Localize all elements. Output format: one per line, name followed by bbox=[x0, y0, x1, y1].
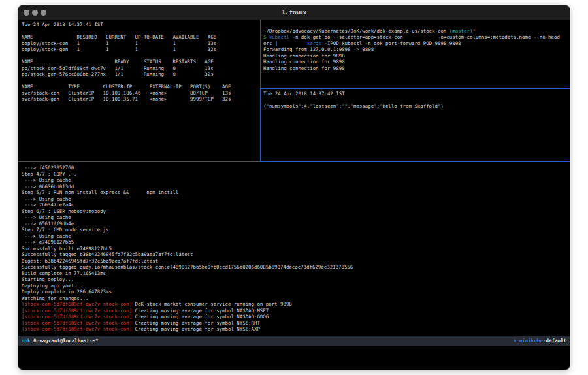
terminal-line: Step 4/7 : COPY . . bbox=[22, 171, 570, 178]
terminal-line: Handling connection for 9898 bbox=[263, 53, 570, 59]
terminal-line: Tue 24 Apr 2018 14:37:42 IST bbox=[263, 91, 570, 97]
terminal-line: Step 6/7 : USER nobody:nobody bbox=[22, 208, 570, 215]
pane-divider-bottom-active[interactable] bbox=[260, 161, 570, 162]
terminal-line: ---> Using cache bbox=[22, 177, 570, 184]
window-title: 1. tmux bbox=[18, 9, 570, 16]
minimize-button[interactable] bbox=[32, 10, 38, 16]
terminal-line: ---> Using cache bbox=[22, 214, 570, 221]
status-right: ☸ minikube:default bbox=[514, 338, 566, 344]
terminal-line: ---> 7b6347ce2a4c bbox=[22, 202, 570, 208]
terminal-line: NAME TYPE CLUSTER-IP EXTERNAL-IP PORT(S)… bbox=[22, 84, 260, 90]
terminal-line: $ kubectl -n dok get po --selector=app=s… bbox=[263, 34, 570, 41]
zoom-button[interactable] bbox=[41, 10, 46, 16]
kube-context: minikube bbox=[516, 338, 543, 344]
terminal-line bbox=[263, 22, 570, 28]
terminal-line bbox=[22, 78, 260, 84]
close-button[interactable] bbox=[24, 10, 29, 16]
terminal-line bbox=[263, 97, 570, 104]
pane-kubectl-watch[interactable]: Tue 24 Apr 2018 14:37:41 IST NAME DESIRE… bbox=[18, 20, 260, 161]
terminal-line: [stock-con-5d7df689cf-dwc7v stock-con] C… bbox=[22, 314, 570, 320]
terminal-line bbox=[22, 28, 260, 35]
terminal-line: ---> Using cache bbox=[22, 196, 570, 203]
terminal-line: Successfully tagged b38b42246945fd7f32c5… bbox=[22, 252, 570, 258]
terminal-line: Digest: b38b42246945fd7f32c5ba9aea7af7fd… bbox=[22, 258, 570, 265]
terminal-line: Handling connection for 9898 bbox=[263, 59, 570, 65]
terminal-line: {"numsymbols":4,"lastseen":"","message":… bbox=[263, 103, 570, 110]
terminal-line: [stock-con-5d7df689cf-dwc7v stock-con] C… bbox=[22, 326, 570, 333]
terminal-line: NAME DESIRED CURRENT UP-TO-DATE AVAILABL… bbox=[22, 34, 260, 41]
terminal-line: Deploying app.yaml... bbox=[22, 283, 570, 289]
terminal-line: [stock-con-5d7df689cf-dwc7v stock-con] C… bbox=[22, 308, 570, 314]
status-left: dok 0:vagrant@localhost:~* bbox=[22, 338, 98, 344]
terminal-line: Successfully built e74898127bb5 bbox=[22, 246, 570, 252]
traffic-lights bbox=[24, 5, 46, 20]
terminal-window: 1. tmux Tue 24 Apr 2018 14:37:41 IST NAM… bbox=[18, 5, 570, 370]
terminal-line: ---> Using cache bbox=[22, 233, 570, 240]
pane-curl-output[interactable]: Tue 24 Apr 2018 14:37:42 IST {"numsymbol… bbox=[261, 89, 570, 161]
terminal-line: Handling connection for 9898 bbox=[263, 65, 570, 72]
tmux-status-bar: dok 0:vagrant@localhost:~* ☸ minikube:de… bbox=[18, 336, 570, 346]
window-titlebar[interactable]: 1. tmux bbox=[18, 5, 570, 20]
pane-divider-bottom-inactive[interactable] bbox=[18, 161, 260, 162]
terminal-line: Tue 24 Apr 2018 14:37:41 IST bbox=[22, 22, 260, 28]
pane-port-forward[interactable]: ~/Dropbox/advocacy/Kubernetes/DoK/work/d… bbox=[261, 20, 570, 88]
terminal-line: [stock-con-5d7df689cf-dwc7v stock-con] D… bbox=[22, 301, 570, 308]
terminal-line: svc/stock-con ClusterIP 10.109.186.46 <n… bbox=[22, 90, 260, 97]
terminal-line: ers | xargs -IPOD kubectl -n dok port-fo… bbox=[263, 41, 570, 47]
kube-namespace: :default bbox=[543, 338, 566, 344]
terminal-line: Successfully tagged quay.io/mhausenblas/… bbox=[22, 264, 570, 270]
terminal-line: deploy/stock-gen 1 1 1 1 32s bbox=[22, 46, 260, 53]
terminal-line: ---> f45623052760 bbox=[22, 165, 570, 171]
terminal-line bbox=[22, 53, 260, 59]
terminal-line: ~/Dropbox/advocacy/Kubernetes/DoK/work/d… bbox=[263, 28, 570, 35]
terminal-line: po/stock-gen-576cc688bb-277hx 1/1 Runnin… bbox=[22, 71, 260, 78]
terminal-line: NAME READY STATUS RESTARTS AGE bbox=[22, 59, 260, 65]
terminal-line: Build complete in 77.165413ms bbox=[22, 270, 570, 277]
terminal-line: ---> e74898127bb5 bbox=[22, 239, 570, 246]
tmux-terminal: Tue 24 Apr 2018 14:37:41 IST NAME DESIRE… bbox=[18, 20, 570, 370]
pane-divider-horizontal-active[interactable] bbox=[261, 88, 570, 89]
window-label[interactable]: 0:vagrant@localhost:~* bbox=[31, 338, 99, 344]
terminal-line: Forwarding from 127.0.0.1:9898 -> 9898 bbox=[263, 46, 570, 53]
pane-skaffold-build[interactable]: ---> f45623052760Step 4/7 : COPY . . ---… bbox=[18, 162, 570, 336]
terminal-line: po/stock-con-5d7df689cf-dwc7v 1/1 Runnin… bbox=[22, 65, 260, 72]
terminal-line: Starting deploy... bbox=[22, 276, 570, 283]
terminal-line: Watching for changes... bbox=[22, 295, 570, 302]
pane-divider-vertical-inactive[interactable] bbox=[260, 20, 261, 88]
terminal-line: ---> 65611ff9db4e bbox=[22, 221, 570, 227]
terminal-line: ---> 0b636bd013dd bbox=[22, 184, 570, 190]
terminal-line: svc/stock-gen ClusterIP 10.100.35.71 <no… bbox=[22, 96, 260, 103]
pane-divider-vertical-active[interactable] bbox=[260, 88, 261, 162]
session-name: dok bbox=[22, 338, 31, 344]
terminal-line: [stock-con-5d7df689cf-dwc7v stock-con] C… bbox=[22, 320, 570, 327]
terminal-line: Step 5/7 : RUN npm install express && np… bbox=[22, 189, 570, 196]
terminal-line: Deploy complete in 286.647823ms bbox=[22, 289, 570, 295]
terminal-line: Step 7/7 : CMD node service.js bbox=[22, 227, 570, 233]
terminal-line: deploy/stock-con 1 1 1 1 13s bbox=[22, 41, 260, 47]
